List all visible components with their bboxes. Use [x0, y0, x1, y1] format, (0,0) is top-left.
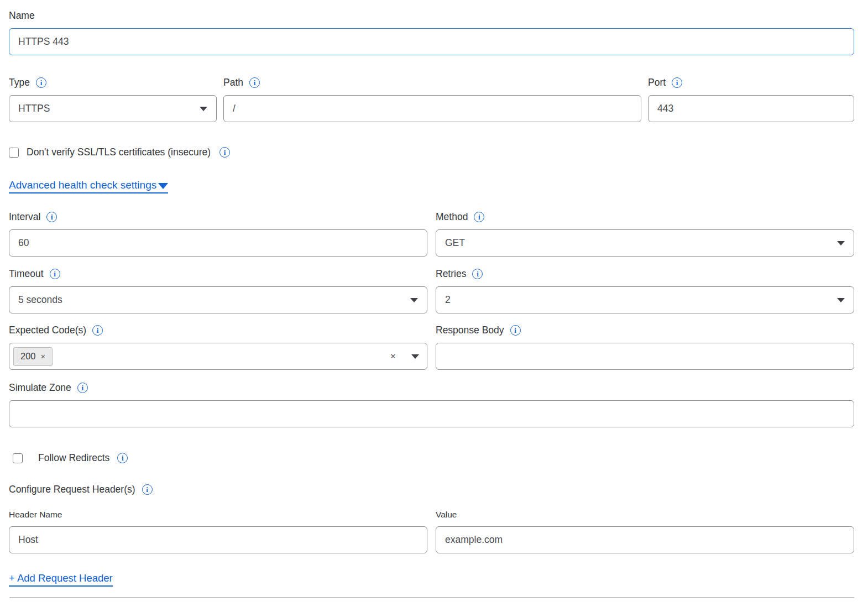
simulate-zone-section: Simulate Zone i — [9, 382, 854, 427]
response-body-label: Response Body — [436, 325, 504, 336]
interval-column: Interval i — [9, 211, 427, 257]
header-name-column: Header Name — [9, 510, 427, 553]
ssl-verify-checkbox[interactable] — [9, 148, 19, 158]
section-divider — [9, 597, 854, 598]
path-label: Path — [223, 77, 243, 88]
type-info-icon[interactable]: i — [36, 77, 46, 88]
interval-method-row: Interval i Method i GET — [9, 211, 854, 257]
expected-codes-column: Expected Code(s) i 200 × × — [9, 325, 427, 370]
port-input[interactable] — [648, 95, 854, 122]
add-request-header-label: + Add Request Header — [9, 572, 113, 584]
type-select-value: HTTPS — [18, 103, 50, 114]
add-request-header-link[interactable]: + Add Request Header — [9, 572, 113, 587]
name-label-row: Name — [9, 10, 854, 22]
path-info-icon[interactable]: i — [249, 77, 260, 88]
header-name-label: Header Name — [9, 510, 62, 520]
interval-label: Interval — [9, 211, 40, 223]
request-headers-heading: Configure Request Header(s) — [9, 484, 135, 495]
codes-body-row: Expected Code(s) i 200 × × Response Body… — [9, 325, 854, 370]
timeout-select[interactable]: 5 seconds — [9, 286, 427, 313]
port-info-icon[interactable]: i — [672, 77, 682, 88]
timeout-select-value: 5 seconds — [18, 294, 62, 306]
method-select[interactable]: GET — [436, 229, 854, 257]
expected-codes-label: Expected Code(s) — [9, 325, 86, 336]
timeout-column: Timeout i 5 seconds — [9, 268, 427, 313]
header-value-column: Value — [436, 510, 854, 553]
chevron-down-icon — [410, 298, 418, 302]
header-value-input[interactable] — [436, 526, 854, 553]
expected-codes-info-icon[interactable]: i — [92, 325, 103, 336]
simulate-zone-input[interactable] — [9, 400, 854, 427]
follow-redirects-info-icon[interactable]: i — [117, 453, 128, 463]
advanced-settings-link-label: Advanced health check settings — [9, 179, 156, 191]
interval-input[interactable] — [9, 229, 427, 257]
chevron-down-icon — [200, 107, 207, 111]
type-select[interactable]: HTTPS — [9, 95, 217, 122]
multiselect-clear-icon[interactable]: × — [390, 351, 396, 362]
expected-code-chip: 200 × — [13, 347, 53, 366]
expected-code-chip-label: 200 — [20, 351, 36, 362]
health-check-form: Name Type i HTTPS Path i Port i — [0, 0, 868, 598]
advanced-settings-link[interactable]: Advanced health check settings — [9, 179, 168, 193]
retries-info-icon[interactable]: i — [472, 269, 483, 279]
port-label: Port — [648, 77, 666, 88]
chip-remove-icon[interactable]: × — [41, 352, 46, 361]
ssl-verify-row: Don't verify SSL/TLS certificates (insec… — [9, 147, 854, 158]
method-label: Method — [436, 211, 468, 223]
retries-column: Retries i 2 — [436, 268, 854, 313]
triangle-down-icon — [158, 183, 168, 189]
response-body-input[interactable] — [436, 343, 854, 370]
ssl-verify-info-icon[interactable]: i — [219, 147, 230, 158]
simulate-zone-info-icon[interactable]: i — [77, 383, 88, 393]
interval-info-icon[interactable]: i — [46, 212, 57, 222]
chevron-down-icon — [411, 354, 419, 359]
response-body-column: Response Body i — [436, 325, 854, 370]
expected-codes-multiselect[interactable]: 200 × × — [9, 343, 427, 370]
method-select-value: GET — [445, 237, 465, 249]
method-info-icon[interactable]: i — [474, 212, 484, 222]
path-column: Path i — [223, 77, 641, 122]
type-column: Type i HTTPS — [9, 77, 217, 122]
name-label: Name — [9, 10, 35, 22]
header-value-label: Value — [436, 510, 457, 520]
response-body-info-icon[interactable]: i — [510, 325, 521, 336]
request-headers-info-icon[interactable]: i — [142, 484, 153, 495]
type-path-port-row: Type i HTTPS Path i Port i — [9, 77, 854, 122]
header-row: Header Name Value — [9, 510, 854, 553]
timeout-retries-row: Timeout i 5 seconds Retries i 2 — [9, 268, 854, 313]
ssl-verify-label: Don't verify SSL/TLS certificates (insec… — [27, 147, 211, 158]
retries-select[interactable]: 2 — [436, 286, 854, 313]
advanced-settings-wrap: Advanced health check settings — [9, 179, 854, 193]
timeout-label: Timeout — [9, 268, 44, 280]
request-headers-heading-row: Configure Request Header(s) i — [9, 484, 854, 495]
chevron-down-icon — [837, 241, 845, 245]
method-column: Method i GET — [436, 211, 854, 257]
header-name-input[interactable] — [9, 526, 427, 553]
retries-select-value: 2 — [445, 294, 451, 306]
follow-redirects-label: Follow Redirects — [38, 452, 109, 464]
timeout-info-icon[interactable]: i — [50, 269, 60, 279]
retries-label: Retries — [436, 268, 466, 280]
type-label: Type — [9, 77, 30, 88]
simulate-zone-label: Simulate Zone — [9, 382, 71, 394]
follow-redirects-checkbox[interactable] — [13, 453, 23, 463]
path-input[interactable] — [223, 95, 641, 122]
name-input[interactable] — [9, 28, 854, 55]
port-column: Port i — [648, 77, 854, 122]
follow-redirects-row: Follow Redirects i — [9, 452, 854, 464]
add-header-wrap: + Add Request Header — [9, 572, 854, 587]
chevron-down-icon — [837, 298, 845, 302]
